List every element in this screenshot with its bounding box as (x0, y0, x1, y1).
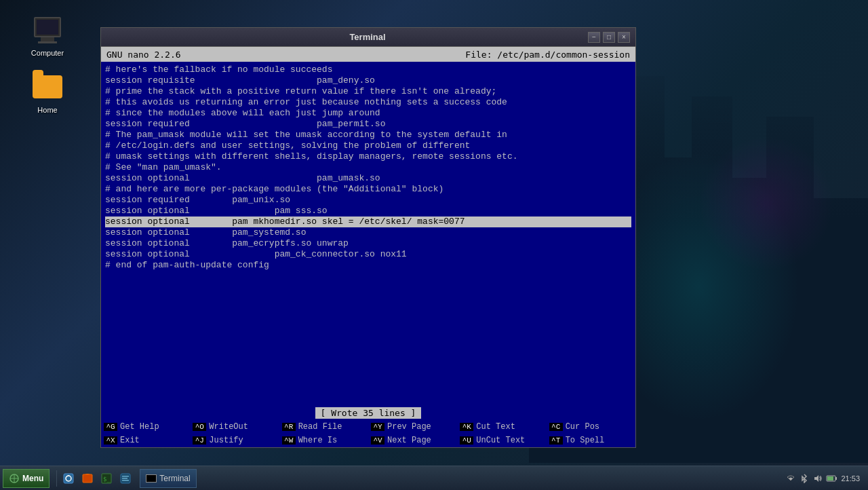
shortcut-item-1-0: ^XExit (101, 436, 190, 445)
launcher-1[interactable] (60, 470, 77, 487)
taskbar-task-terminal[interactable]: Terminal (140, 469, 196, 488)
home-icon-img (31, 71, 64, 103)
launcher-3[interactable]: $_ (98, 470, 115, 487)
shortcut-key: ^U (460, 436, 473, 445)
taskbar-launchers: $_ (60, 470, 134, 487)
shortcut-item-1-1: ^JJustify (190, 436, 279, 445)
shortcut-item-0-0: ^GGet Help (101, 422, 190, 432)
shortcut-item-1-2: ^WWhere Is (279, 436, 368, 445)
desktop-icon-computer[interactable]: Computer (20, 14, 75, 57)
shortcut-key: ^C (549, 423, 563, 431)
desktop: Computer Home Terminal − □ × GNU nano 2.… (0, 0, 868, 490)
svg-rect-16 (827, 476, 833, 480)
shortcut-label: Prev Page (387, 422, 431, 432)
desktop-icons: Computer Home (20, 14, 75, 114)
shortcut-item-0-2: ^RRead File (279, 422, 368, 432)
terminal-window: Terminal − □ × GNU nano 2.2.6 File: /etc… (100, 27, 636, 448)
start-menu-icon (9, 473, 20, 484)
system-tray (785, 473, 837, 484)
shortcut-key: ^T (549, 436, 563, 445)
shortcut-key: ^R (282, 423, 296, 431)
tray-network-icon (785, 473, 796, 484)
shortcut-row-1: ^XExit^JJustify^WWhere Is^VNext Page^UUn… (101, 434, 635, 447)
task-terminal-icon (146, 474, 157, 483)
shortcut-key: ^X (104, 436, 117, 445)
shortcut-label: Exit (120, 436, 140, 445)
shortcut-label: WriteOut (209, 422, 248, 432)
shortcut-row-0: ^GGet Help^OWriteOut^RRead File^YPrev Pa… (101, 420, 635, 434)
shortcut-key: ^K (460, 423, 473, 431)
desktop-icon-home[interactable]: Home (20, 71, 75, 114)
svg-marker-13 (814, 475, 818, 482)
bg-glow-magenta (698, 136, 834, 271)
tray-battery-icon (826, 473, 837, 484)
svg-rect-12 (122, 480, 129, 481)
shortcut-item-0-3: ^YPrev Page (368, 422, 457, 432)
tray-volume-icon (812, 473, 823, 484)
terminal-status-bar: [ Wrote 35 lines ] (101, 405, 635, 420)
computer-icon-label: Computer (31, 49, 64, 57)
nano-filename: File: /etc/pam.d/common-session (465, 50, 630, 60)
close-button[interactable]: × (618, 32, 630, 43)
shortcut-item-0-4: ^KCut Text (457, 422, 546, 432)
titlebar-buttons: − □ × (588, 32, 630, 43)
terminal-title: Terminal (147, 32, 588, 42)
shortcut-item-0-5: ^CCur Pos (547, 422, 635, 432)
start-label: Menu (22, 474, 43, 483)
nano-shortcuts: ^GGet Help^OWriteOut^RRead File^YPrev Pa… (101, 420, 635, 447)
svg-rect-11 (122, 478, 127, 479)
nano-version: GNU nano 2.2.6 (106, 50, 181, 60)
start-button[interactable]: Menu (3, 469, 50, 488)
shortcut-label: UnCut Text (476, 436, 525, 445)
task-terminal-label: Terminal (159, 474, 190, 483)
taskbar-right: 21:53 (785, 473, 865, 484)
shortcut-key: ^W (282, 436, 296, 445)
shortcut-key: ^O (193, 423, 206, 431)
shortcut-key: ^J (193, 436, 206, 445)
shortcut-label: Read File (298, 422, 342, 432)
svg-rect-15 (835, 477, 837, 480)
launcher-2[interactable] (79, 470, 96, 487)
svg-rect-6 (83, 474, 92, 483)
shortcut-label: Get Help (120, 422, 159, 432)
shortcut-label: Justify (209, 436, 243, 445)
shortcut-label: Where Is (298, 436, 338, 445)
shortcut-item-1-3: ^VNext Page (368, 436, 457, 445)
taskbar-divider-1 (56, 470, 57, 487)
minimize-button[interactable]: − (588, 32, 600, 43)
svg-rect-10 (122, 476, 129, 477)
shortcut-key: ^G (104, 423, 117, 431)
shortcut-item-0-1: ^OWriteOut (190, 422, 279, 432)
taskbar: Menu $_ (0, 466, 868, 490)
nano-header: GNU nano 2.2.6 File: /etc/pam.d/common-s… (101, 47, 635, 62)
shortcut-label: Cut Text (476, 422, 515, 432)
svg-text:$_: $_ (103, 476, 111, 483)
computer-icon-img (31, 14, 64, 46)
home-icon-label: Home (37, 106, 57, 114)
shortcut-label: Cur Pos (566, 422, 599, 432)
tray-bluetooth-icon (799, 473, 810, 484)
terminal-content[interactable]: # here's the fallback if no module succe… (101, 62, 635, 405)
shortcut-key: ^V (371, 436, 384, 445)
shortcut-key: ^Y (371, 423, 384, 431)
status-message: [ Wrote 35 lines ] (315, 407, 422, 419)
shortcut-label: Next Page (387, 436, 431, 445)
shortcut-label: To Spell (566, 436, 605, 445)
shortcut-item-1-4: ^UUnCut Text (457, 436, 546, 445)
terminal-titlebar: Terminal − □ × (101, 28, 635, 47)
launcher-4[interactable] (117, 470, 134, 487)
system-clock: 21:53 (841, 474, 860, 483)
shortcut-item-1-5: ^TTo Spell (547, 436, 635, 445)
maximize-button[interactable]: □ (603, 32, 615, 43)
